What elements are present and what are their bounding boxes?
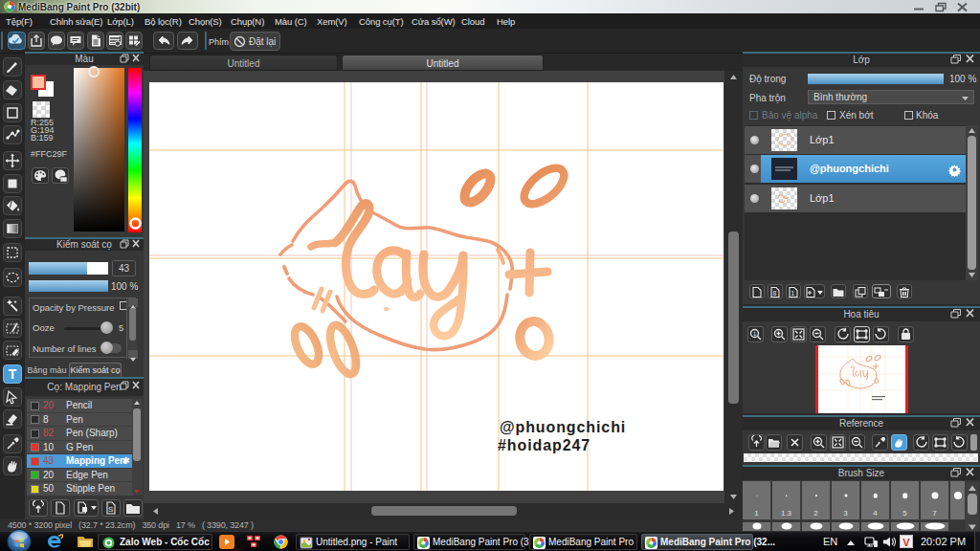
svg-text:S: S bbox=[108, 505, 113, 514]
svg-text:1: 1 bbox=[791, 290, 795, 297]
svg-text:#hoidap247: #hoidap247 bbox=[498, 437, 590, 453]
svg-text:1: 1 bbox=[753, 331, 757, 337]
svg-text:@phuongchichi: @phuongchichi bbox=[500, 419, 626, 435]
svg-text:8: 8 bbox=[773, 290, 777, 297]
